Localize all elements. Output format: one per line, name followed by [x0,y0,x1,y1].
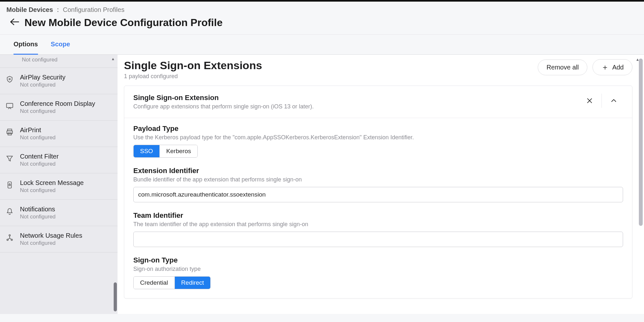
main-heading: Single Sign-on Extensions [124,59,262,72]
lock-phone-icon [5,180,14,189]
sidebar-item-content-filter[interactable]: Content Filter Not configured [0,147,118,173]
field-team-identifier: Team Identifier The team identifier of t… [133,211,623,247]
payload-card: Single Sign-on Extension Configure app e… [124,86,632,299]
field-desc: Bundle identifier of the app extension t… [133,176,623,183]
field-label: Team Identifier [133,211,623,220]
svg-rect-5 [8,182,12,188]
svg-point-0 [9,78,10,80]
svg-point-7 [9,235,10,236]
main-scrollbar[interactable] [639,59,643,226]
team-identifier-input[interactable] [133,232,623,247]
header: Mobile Devices : Configuration Profiles … [0,2,644,35]
sidebar-scrollbar[interactable] [114,282,117,311]
sidebar-item-fragment[interactable]: Not configured [0,55,118,68]
card-subtitle: Configure app extensions that perform si… [133,103,314,110]
sidebar-item-label: Lock Screen Message [20,179,84,187]
breadcrumb: Mobile Devices : Configuration Profiles [0,2,644,14]
svg-rect-6 [9,184,10,186]
sidebar-item-label: Network Usage Rules [20,232,82,239]
sidebar-item-label: Notifications [20,206,56,213]
bell-icon [5,207,14,216]
field-desc: Sign-on authorization type [133,266,623,272]
title-row: New Mobile Device Configuration Profile [0,14,644,34]
svg-rect-4 [8,133,12,135]
sidebar-item-sub: Not configured [20,161,59,167]
sidebar-item-network-usage-rules[interactable]: Network Usage Rules Not configured [0,226,118,253]
tab-options[interactable]: Options [14,35,38,55]
field-extension-identifier: Extension Identifier Bundle identifier o… [133,167,623,202]
field-signon-type: Sign-on Type Sign-on authorization type … [133,256,623,289]
field-label: Extension Identifier [133,167,623,175]
sidebar-item-notifications[interactable]: Notifications Not configured [0,200,118,226]
card-title: Single Sign-on Extension [133,94,314,102]
sidebar-item-sub: Not configured [20,240,82,246]
field-desc: The team identifier of the app extension… [133,221,623,228]
extension-identifier-input[interactable] [133,187,623,202]
sidebar-item-sub: Not configured [20,187,84,194]
sidebar-item-conference-room-display[interactable]: Conference Room Display Not configured [0,94,118,121]
tabs-bar: Options Scope [0,35,644,55]
close-icon[interactable] [580,94,599,108]
field-label: Payload Type [133,124,623,133]
sidebar-item-sub: Not configured [20,108,95,115]
field-desc: Use the Kerberos payload type for the "c… [133,134,623,141]
sidebar-item-label: Content Filter [20,153,59,160]
card-body: Payload Type Use the Kerberos payload ty… [124,118,632,298]
sidebar-item-airplay-security[interactable]: AirPlay Security Not configured [0,68,118,94]
printer-icon [5,128,14,137]
card-header: Single Sign-on Extension Configure app e… [124,86,632,118]
sidebar-item-label: Conference Room Display [20,100,95,107]
sidebar-item-label: AirPlay Security [20,74,65,81]
sidebar-item-lock-screen-message[interactable]: Lock Screen Message Not configured [0,173,118,200]
main-subheading: 1 payload configured [124,73,262,80]
collapse-icon[interactable] [604,94,623,108]
plus-icon: ＋ [601,63,609,71]
signon-type-redirect-button[interactable]: Redirect [175,277,211,289]
breadcrumb-separator: : [57,6,59,14]
payload-type-kerberos-button[interactable]: Kerberos [160,145,197,157]
filter-icon [5,154,14,163]
payload-type-sso-button[interactable]: SSO [134,145,160,157]
signon-type-credential-button[interactable]: Credential [134,277,175,289]
main-header: Single Sign-on Extensions 1 payload conf… [124,55,632,84]
sidebar-item-sub: Not configured [22,57,112,63]
signon-type-segmented: Credential Redirect [133,276,211,289]
sidebar[interactable]: ▲ Not configured AirPlay Security Not co… [0,55,118,314]
network-icon [5,233,14,242]
breadcrumb-leaf[interactable]: Configuration Profiles [63,6,124,14]
sidebar-item-sub: Not configured [20,82,65,88]
sidebar-item-sub: Not configured [20,134,56,141]
sidebar-item-airprint[interactable]: AirPrint Not configured [0,121,118,147]
main-panel[interactable]: ▲ Single Sign-on Extensions 1 payload co… [118,55,644,314]
back-arrow-icon[interactable] [10,18,19,27]
svg-rect-1 [6,103,13,107]
sidebar-scroll-up-icon[interactable]: ▲ [111,57,115,61]
breadcrumb-root[interactable]: Mobile Devices [6,6,53,14]
payload-type-segmented: SSO Kerberos [133,145,198,158]
content-area: ▲ Not configured AirPlay Security Not co… [0,55,644,314]
airplay-shield-icon [5,75,14,84]
sidebar-item-label: AirPrint [20,126,56,134]
page-title: New Mobile Device Configuration Profile [24,17,223,29]
remove-all-button[interactable]: Remove all [538,60,587,75]
display-icon [5,101,14,110]
divider [601,94,602,108]
add-button[interactable]: ＋Add [592,59,632,75]
tab-scope[interactable]: Scope [51,35,70,54]
sidebar-item-sub: Not configured [20,214,56,220]
field-label: Sign-on Type [133,256,623,264]
field-payload-type: Payload Type Use the Kerberos payload ty… [133,124,623,158]
